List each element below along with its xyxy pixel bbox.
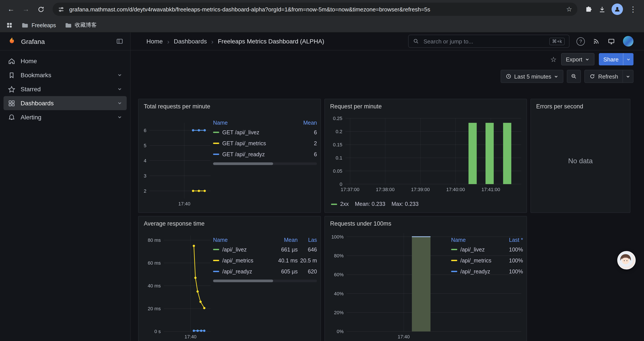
refresh-interval-caret[interactable] bbox=[622, 70, 634, 83]
forward-icon[interactable]: → bbox=[19, 3, 32, 16]
sidebar-item-alerting[interactable]: Alerting bbox=[4, 110, 127, 124]
legend-row[interactable]: /api/_metrics100% bbox=[451, 255, 523, 266]
home-icon bbox=[8, 57, 15, 65]
series-name[interactable]: /api/_metrics bbox=[460, 257, 492, 263]
legend-scrollbar[interactable] bbox=[213, 162, 317, 165]
help-icon[interactable]: ? bbox=[576, 37, 585, 46]
chevron-down-icon bbox=[626, 57, 631, 62]
chart-requests-per-minute[interactable]: 00.050.10.150.20.2517:37:0017:38:0017:39… bbox=[325, 99, 526, 212]
sidebar-item-label: Starred bbox=[20, 86, 41, 93]
series-value: 100% bbox=[498, 257, 523, 263]
series-name[interactable]: /api/_readyz bbox=[222, 268, 252, 274]
legend-row[interactable]: /api/_metrics40.1 ms20.5 m bbox=[213, 255, 317, 266]
panel-title[interactable]: Requests under 100ms bbox=[325, 216, 526, 227]
series-name[interactable]: /api/_readyz bbox=[460, 268, 490, 274]
time-range-picker[interactable]: Last 5 minutes bbox=[501, 70, 564, 83]
series-value: 100% bbox=[498, 268, 523, 274]
browser-profile-avatar[interactable] bbox=[612, 4, 623, 15]
series-name[interactable]: /api/_metrics bbox=[222, 257, 254, 263]
series-name[interactable]: /api/_livez bbox=[222, 246, 246, 253]
legend-column-header[interactable]: Last * bbox=[498, 237, 523, 243]
series-swatch bbox=[451, 249, 457, 250]
series-name[interactable]: GET /api/_livez bbox=[222, 129, 259, 135]
sidebar-item-starred[interactable]: Starred bbox=[4, 82, 127, 96]
chart-requests-under-100ms[interactable]: 0%20%40%60%80%100%17:40 bbox=[325, 216, 526, 341]
extensions-icon[interactable] bbox=[585, 6, 592, 13]
grafana-header: Home › Dashboards › Freeleaps Metrics Da… bbox=[131, 33, 644, 51]
grafana-logo[interactable] bbox=[7, 37, 17, 46]
legend-row[interactable]: /api/_readyz605 µs620 bbox=[213, 266, 317, 277]
share-button[interactable]: Share bbox=[599, 53, 623, 65]
share-menu-caret[interactable] bbox=[623, 53, 634, 65]
zoom-out-icon[interactable] bbox=[567, 70, 581, 83]
header-icons: ? bbox=[576, 36, 634, 47]
chevron-down-icon[interactable] bbox=[117, 72, 122, 78]
series-value: 6 bbox=[292, 129, 317, 135]
legend-column-header[interactable]: Mean bbox=[292, 120, 317, 126]
legend-row[interactable]: GET /api/_livez6 bbox=[213, 127, 317, 138]
time-toolbar: Last 5 minutes Refresh bbox=[131, 65, 644, 83]
monitor-icon[interactable] bbox=[608, 38, 615, 45]
legend-column-header[interactable]: Mean bbox=[267, 237, 298, 243]
sidebar-item-home[interactable]: Home bbox=[4, 54, 127, 68]
legend-scrollbar[interactable] bbox=[213, 279, 317, 282]
breadcrumb-home[interactable]: Home bbox=[146, 38, 163, 45]
back-icon[interactable]: ← bbox=[4, 3, 18, 16]
panel-errors-per-second: Errors per second No data bbox=[530, 99, 630, 213]
reload-icon[interactable] bbox=[34, 3, 47, 16]
search-field[interactable] bbox=[422, 38, 546, 45]
breadcrumb-dashboards[interactable]: Dashboards bbox=[174, 38, 207, 45]
sidebar-item-label: Bookmarks bbox=[20, 72, 51, 79]
chart-average-response-time[interactable]: 0 s20 ms40 ms60 ms80 ms17:40 bbox=[138, 216, 320, 341]
legend-2xx[interactable]: 2xx Mean: 0.233 Max: 0.233 bbox=[331, 201, 419, 207]
collapse-sidebar-icon[interactable] bbox=[116, 38, 123, 45]
scrollbar-thumb[interactable] bbox=[213, 279, 273, 282]
sidebar-item-dashboards[interactable]: Dashboards bbox=[4, 96, 127, 110]
legend-row[interactable]: /api/_livez100% bbox=[451, 244, 523, 255]
url-input[interactable] bbox=[68, 6, 562, 13]
chevron-down-icon[interactable] bbox=[117, 101, 122, 106]
address-bar[interactable]: ☆ bbox=[52, 3, 577, 16]
legend-row[interactable]: GET /api/_metrics2 bbox=[213, 138, 317, 149]
series-name[interactable]: /api/_livez bbox=[460, 246, 485, 253]
bookmark-freeleaps[interactable]: Freeleaps bbox=[22, 22, 56, 29]
panel-title[interactable]: Average response time bbox=[138, 216, 320, 227]
bookmark-star-icon[interactable]: ☆ bbox=[566, 5, 572, 13]
downloads-icon[interactable] bbox=[598, 6, 606, 13]
bookmark-blog-folder[interactable]: 收藏博客 bbox=[65, 22, 97, 29]
apps-grid-icon[interactable] bbox=[6, 22, 13, 29]
search-input[interactable]: ⌘+k bbox=[408, 35, 570, 48]
news-rss-icon[interactable] bbox=[593, 38, 600, 45]
scrollbar-thumb[interactable] bbox=[213, 162, 273, 165]
legend-column-header[interactable]: Name bbox=[213, 237, 267, 243]
series-name[interactable]: GET /api/_metrics bbox=[222, 140, 266, 146]
series-name[interactable]: 2xx bbox=[340, 201, 349, 207]
user-avatar[interactable] bbox=[623, 36, 634, 47]
svg-text:3: 3 bbox=[144, 173, 146, 179]
legend-row[interactable]: GET /api/_readyz6 bbox=[213, 149, 317, 160]
legend-row[interactable]: /api/_livez661 µs646 bbox=[213, 244, 317, 255]
legend-column-header[interactable]: Las bbox=[298, 237, 317, 243]
chevron-down-icon[interactable] bbox=[117, 87, 122, 92]
svg-text:17:40: 17:40 bbox=[184, 334, 196, 339]
legend-row[interactable]: /api/_readyz100% bbox=[451, 266, 523, 277]
sidebar-item-bookmarks[interactable]: Bookmarks bbox=[4, 68, 127, 82]
panel-title[interactable]: Request per minute bbox=[325, 99, 526, 110]
browser-menu-icon[interactable]: ⋮ bbox=[626, 3, 640, 16]
svg-text:17:40:00: 17:40:00 bbox=[446, 187, 465, 192]
assistant-avatar[interactable] bbox=[617, 251, 636, 269]
legend-column-header[interactable]: Name bbox=[213, 120, 292, 126]
export-button[interactable]: Export bbox=[561, 53, 594, 65]
panel-title[interactable]: Total requests per minute bbox=[138, 99, 320, 110]
svg-text:17:39:00: 17:39:00 bbox=[411, 187, 430, 192]
favorite-dashboard-icon[interactable]: ☆ bbox=[550, 55, 557, 63]
series-name[interactable]: GET /api/_readyz bbox=[222, 151, 265, 157]
time-range-label: Last 5 minutes bbox=[514, 73, 551, 80]
refresh-button[interactable]: Refresh bbox=[584, 70, 623, 83]
panel-title[interactable]: Errors per second bbox=[531, 99, 630, 110]
svg-text:60%: 60% bbox=[334, 272, 344, 277]
site-info-icon[interactable] bbox=[58, 6, 64, 13]
legend-column-header[interactable]: Name bbox=[451, 237, 498, 243]
chevron-down-icon[interactable] bbox=[117, 115, 122, 120]
folder-icon bbox=[65, 22, 72, 29]
